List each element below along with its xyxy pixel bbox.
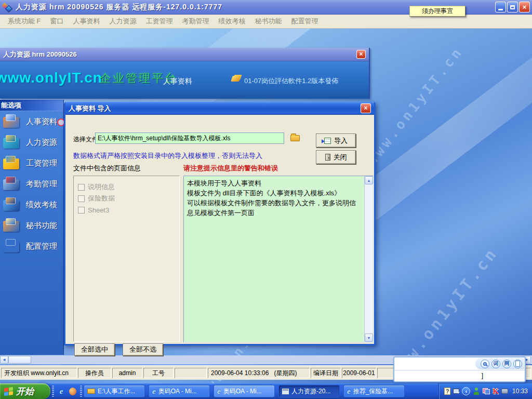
sidebar-item-personnel[interactable]: 人事资料 xyxy=(0,111,63,132)
sidebar-item-secretary[interactable]: 秘书功能 xyxy=(0,215,63,236)
banner-titlebar[interactable]: 人力资源 hrm 20090526 × xyxy=(0,48,369,61)
dialog-close-action-button[interactable]: 关闭 xyxy=(316,150,356,164)
config-icon xyxy=(2,239,21,254)
sheet-label: Sheet3 xyxy=(88,206,109,214)
function-sidebar: 能选项 人事资料 人力资源 工资管理 考勤管理 绩效考核 秘书功能 配置管理 xyxy=(0,100,64,355)
sidebar-item-config[interactable]: 配置管理 xyxy=(0,236,63,257)
banner-title-text: 人力资源 hrm 20090526 xyxy=(3,50,77,59)
search-input[interactable]: ] xyxy=(394,370,525,381)
browse-file-button[interactable] xyxy=(289,134,301,143)
import-button[interactable]: 导入 xyxy=(316,134,356,148)
restore-button[interactable] xyxy=(507,2,518,12)
ie-icon: e xyxy=(152,388,156,395)
ie-icon: e xyxy=(60,388,63,395)
banner-close-button[interactable]: × xyxy=(356,50,366,59)
task-oa-window-2[interactable]: e 奥码OA - Mi... xyxy=(214,385,275,397)
tray-clock[interactable]: 10:33 xyxy=(512,388,528,395)
help-tray-icon[interactable]: ? xyxy=(444,388,450,395)
status-compile-value: 2009-06-01 xyxy=(342,368,376,378)
taskbar: 开始 e E:\人事工作... e 奥码OA - Mi... e 奥码OA - … xyxy=(0,383,532,399)
antivirus-tray-icon[interactable]: K xyxy=(493,388,499,395)
gold-notice-icon xyxy=(231,76,241,82)
menu-secretary[interactable]: 秘书功能 xyxy=(250,15,287,28)
folder-icon xyxy=(290,135,300,141)
task-oa-window-1[interactable]: e 奥码OA - Mi... xyxy=(149,385,210,397)
doc-button[interactable] xyxy=(513,360,522,368)
network-tray-icon[interactable] xyxy=(483,388,490,394)
menu-attendance[interactable]: 考勤管理 xyxy=(178,15,214,28)
attendance-icon xyxy=(2,177,21,191)
task-recommend-window[interactable]: e 推荐_保险基... xyxy=(343,385,405,397)
sidebar-item-salary[interactable]: 工资管理 xyxy=(0,153,63,174)
sidebar-item-attendance[interactable]: 考勤管理 xyxy=(0,174,63,194)
secretary-icon xyxy=(2,218,21,233)
minimize-button[interactable] xyxy=(495,2,506,12)
menu-hr[interactable]: 人力资源 xyxy=(105,15,141,28)
import-icon xyxy=(324,138,331,144)
format-note: 数据格式请严格按照安装目录中的导入模板整理，否则无法导入 xyxy=(73,151,262,161)
word-icon: 词 xyxy=(494,360,499,367)
dialog-close-button[interactable]: × xyxy=(361,103,371,113)
sidebar-item-label: 工资管理 xyxy=(26,158,57,168)
dialog-body: 选择文件 导入 数据格式请严格按照安装目录中的导入模板整理，否则无法导入 关闭 … xyxy=(65,115,374,344)
menu-system[interactable]: 系统功能 F xyxy=(3,15,46,28)
warning-note: 请注意提示信息里的警告和错误 xyxy=(183,164,278,173)
sheet-checkbox-row[interactable]: Sheet3 xyxy=(78,204,175,216)
ie-quicklaunch-icon[interactable]: e xyxy=(57,387,66,396)
sheet-label: 保险数据 xyxy=(88,194,115,203)
sheet-checkbox-row[interactable]: 保险数据 xyxy=(78,193,175,204)
scrollbar-thumb[interactable] xyxy=(8,356,31,364)
file-path-input[interactable] xyxy=(95,132,284,144)
checkbox-icon[interactable] xyxy=(78,207,85,214)
info-line: 模板文件为 dll目录下面的《人事资料导入模板.xls》 xyxy=(187,188,361,198)
task-hrm-window[interactable]: 人力资源-20... xyxy=(278,385,340,397)
browser-quicklaunch-icon[interactable] xyxy=(68,387,77,396)
sidebar-item-hr[interactable]: 人力资源 xyxy=(0,132,63,153)
select-none-label: 全部不选 xyxy=(129,345,156,354)
word-lookup-button[interactable]: 词 xyxy=(491,360,500,368)
sidebar-item-performance[interactable]: 绩效考核 xyxy=(0,194,63,215)
ie-icon: e xyxy=(217,388,221,395)
scroll-left-button[interactable]: ◄ xyxy=(0,356,8,364)
minimize-icon xyxy=(498,9,503,10)
scroll-down-button[interactable]: ▼ xyxy=(365,334,373,342)
web-icon: 网 xyxy=(504,360,510,367)
close-button-label: 关闭 xyxy=(334,153,347,162)
search-deskband: 词 网 ] xyxy=(393,356,526,382)
messenger-tray-icon[interactable] xyxy=(473,388,480,395)
search-top-row[interactable]: 词 网 xyxy=(394,357,525,370)
app-icon xyxy=(69,388,76,395)
menu-salary[interactable]: 工资管理 xyxy=(141,15,178,28)
select-none-button[interactable]: 全部不选 xyxy=(123,343,163,356)
sidebar-item-label: 人事资料 xyxy=(26,117,57,127)
info-scrollbar[interactable]: ▲ ▼ xyxy=(364,176,373,342)
start-button[interactable]: 开始 xyxy=(0,383,50,399)
dialog-titlebar[interactable]: 人事资料 导入 × xyxy=(65,102,374,115)
task-folder-window[interactable]: E:\人事工作... xyxy=(84,385,145,397)
sheet-list-panel: 说明信息 保险数据 Sheet3 xyxy=(73,176,180,342)
collapse-tray-icon[interactable]: ‹ xyxy=(462,387,470,395)
display-tray-icon[interactable] xyxy=(453,389,459,394)
sidebar-item-label: 秘书功能 xyxy=(26,221,57,231)
scroll-up-button[interactable]: ▲ xyxy=(365,176,373,184)
checkbox-icon[interactable] xyxy=(78,195,85,202)
search-button[interactable] xyxy=(481,360,489,368)
status-datetime: 2009-06-04 10:33:06 (星期四) xyxy=(208,368,310,378)
menu-performance[interactable]: 绩效考核 xyxy=(214,15,250,28)
release-notice: 01-07岗位評估軟件1.2版本發佈 xyxy=(244,76,338,86)
todo-matters-button[interactable]: 须办理事宜 xyxy=(409,6,466,17)
info-line: 本模块用于导入人事资料 xyxy=(187,178,361,188)
windows-logo-icon xyxy=(4,387,13,395)
sheet-checkbox-row[interactable]: 说明信息 xyxy=(78,181,175,193)
menu-personnel[interactable]: 人事资料 xyxy=(69,15,105,28)
web-lookup-button[interactable]: 网 xyxy=(502,360,511,368)
menu-config[interactable]: 配置管理 xyxy=(287,15,323,28)
menu-bar: 系统功能 F 窗口 人事资料 人力资源 工资管理 考勤管理 绩效考核 秘书功能 … xyxy=(0,15,532,29)
sidebar-item-label: 人力资源 xyxy=(26,138,57,148)
select-all-button[interactable]: 全部选中 xyxy=(74,343,115,356)
info-text-area[interactable]: 本模块用于导入人事资料 模板文件为 dll目录下面的《人事资料导入模板.xls》… xyxy=(183,176,374,342)
volume-tray-icon[interactable] xyxy=(501,389,508,394)
checkbox-icon[interactable] xyxy=(78,184,85,191)
close-button[interactable]: × xyxy=(519,2,530,12)
menu-window[interactable]: 窗口 xyxy=(46,15,69,28)
